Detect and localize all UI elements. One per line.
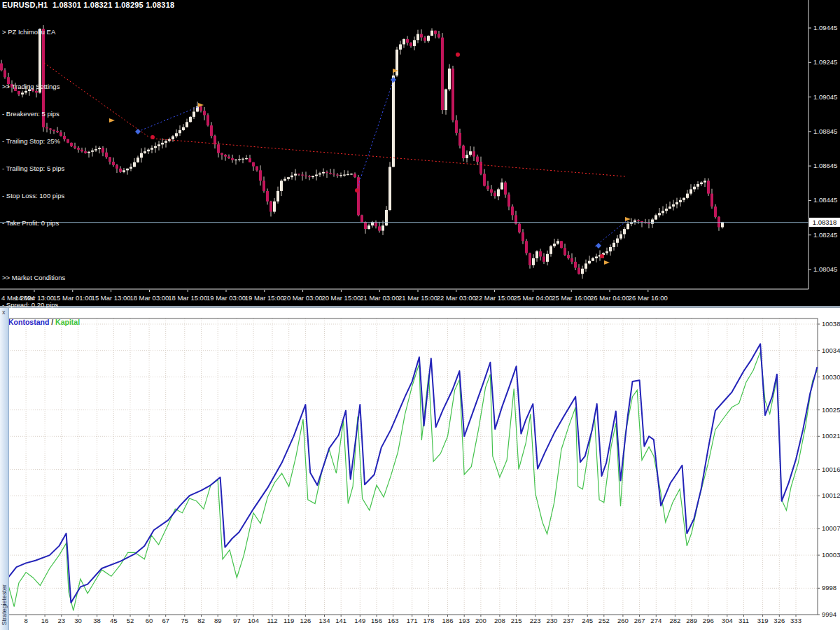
equity-legend: Kontostand / Kapital xyxy=(8,318,80,326)
x-axis-label: 223 xyxy=(530,617,541,624)
date-label: 22 Mar 03:00 xyxy=(437,294,476,302)
equity-line xyxy=(7,352,817,611)
x-axis-label: 215 xyxy=(511,617,522,624)
x-axis-label: 319 xyxy=(757,617,769,624)
x-axis-label: 112 xyxy=(267,617,277,624)
x-axis-label: 67 xyxy=(162,617,169,624)
date-label: 20 Mar 03:00 xyxy=(284,294,323,302)
ea-info-line: >> Trading Settings xyxy=(2,82,89,91)
x-axis-label: 260 xyxy=(617,617,629,624)
trade-arrow-icon xyxy=(625,217,631,221)
ea-info-line: > PZ Ichimoku EA xyxy=(2,27,89,36)
candlestick-chart[interactable]: 1.094451.092451.090451.088451.086451.084… xyxy=(0,0,840,306)
ea-info-line: - Take Profit: 0 pips xyxy=(2,218,89,227)
close-trade-marker-icon xyxy=(150,135,155,139)
tester-tab[interactable]: x Strategietester xyxy=(0,308,9,630)
legend-balance: Kontostand xyxy=(8,318,49,326)
x-axis-label: 311 xyxy=(738,617,749,624)
x-axis-label: 104 xyxy=(248,617,259,624)
price-axis-label: 1.08045 xyxy=(813,265,837,273)
x-axis-label: 274 xyxy=(650,617,662,624)
x-axis-label: 119 xyxy=(284,617,294,624)
x-axis-label: 282 xyxy=(669,617,680,624)
x-axis: 0816233038455260677582899710411211912613… xyxy=(5,615,802,624)
ea-info-line xyxy=(2,246,89,255)
x-axis-label: 38 xyxy=(93,617,101,624)
trade-markers-layer xyxy=(109,52,631,265)
mt4-workspace: 1.094451.092451.090451.088451.086451.084… xyxy=(0,0,840,630)
x-axis-label: 60 xyxy=(146,617,153,624)
date-label: 18 Mar 15:00 xyxy=(168,294,207,302)
y-axis: 1003810034100301002510021100161001210007… xyxy=(818,320,840,618)
grid-layer xyxy=(6,318,818,615)
tester-tab-label: Strategietester xyxy=(1,584,8,626)
y-axis-label: 10012 xyxy=(822,491,840,499)
symbol-ohlc-line: EURUSD,H1 1.08301 1.08321 1.08295 1.0831… xyxy=(2,1,174,9)
legend-equity: Kapital xyxy=(55,318,80,326)
close-trade-marker-icon xyxy=(600,254,604,258)
date-label: 25 Mar 16:00 xyxy=(552,294,591,302)
price-axis-label: 1.09045 xyxy=(813,93,837,101)
x-axis-label: 82 xyxy=(197,617,205,624)
date-label: 26 Mar 16:00 xyxy=(629,294,668,302)
ea-info-line: - Trailing Stop: 25% xyxy=(2,136,89,146)
x-axis-label: 8 xyxy=(24,617,27,624)
x-axis-label: 186 xyxy=(442,617,454,624)
x-axis-label: 23 xyxy=(58,617,66,624)
x-axis-label: 333 xyxy=(790,617,802,624)
y-axis-label: 10034 xyxy=(822,346,840,354)
buy-marker-icon xyxy=(596,243,601,248)
current-price-badge: 1.08318 xyxy=(809,218,840,227)
date-label: 22 Mar 15:00 xyxy=(475,294,514,302)
price-axis-label: 1.09445 xyxy=(813,24,837,31)
x-axis-label: 52 xyxy=(127,617,134,624)
x-axis-label: 16 xyxy=(41,617,49,624)
x-axis-label: 97 xyxy=(233,617,241,624)
price-axis-label: 1.09245 xyxy=(813,58,837,66)
y-axis-label: 10025 xyxy=(822,406,840,414)
ea-info-line xyxy=(2,55,89,64)
x-axis-label: 134 xyxy=(319,617,330,624)
x-axis-label: 30 xyxy=(74,617,82,624)
x-axis-label: 193 xyxy=(458,617,470,624)
trade-arrow-icon xyxy=(109,118,115,122)
ea-info-line: - Trailing Step: 5 pips xyxy=(2,164,89,173)
x-axis-label: 304 xyxy=(722,617,733,624)
close-icon[interactable]: x xyxy=(2,309,6,316)
x-axis-label: 171 xyxy=(407,617,418,624)
price-axis: 1.094451.092451.090451.088451.086451.084… xyxy=(808,24,837,273)
ea-info-line: >> Market Conditions xyxy=(2,273,89,282)
date-label: 21 Mar 03:00 xyxy=(360,294,399,302)
candles-layer xyxy=(0,29,724,274)
x-axis-label: 208 xyxy=(494,617,505,624)
x-axis-label: 230 xyxy=(546,617,557,624)
y-axis-label: 10038 xyxy=(822,320,840,328)
buy-marker-icon xyxy=(135,129,141,134)
equity-chart[interactable]: 0816233038455260677582899710411211912613… xyxy=(0,308,840,630)
buy-marker-icon xyxy=(391,77,396,83)
x-axis-label: 178 xyxy=(423,617,434,624)
close-trade-marker-icon xyxy=(456,52,460,57)
y-axis-label: 9994 xyxy=(822,610,836,618)
price-axis-label: 1.08245 xyxy=(813,231,837,239)
x-axis-label: 267 xyxy=(634,617,645,624)
close-trade-marker-icon xyxy=(355,188,359,192)
balance-line xyxy=(7,344,817,603)
date-axis: 4 Mar 202414 Mar 13:0015 Mar 01:0015 Mar… xyxy=(1,290,668,302)
y-axis-label: 10007 xyxy=(822,524,840,532)
date-label: 19 Mar 03:00 xyxy=(206,294,246,302)
x-axis-label: 126 xyxy=(300,617,311,624)
trade-arrow-icon xyxy=(604,260,610,265)
x-axis-label: 163 xyxy=(388,617,399,624)
x-axis-label: 149 xyxy=(354,617,365,624)
x-axis-label: 296 xyxy=(703,617,714,624)
x-axis-label: 237 xyxy=(563,617,574,624)
date-label: 15 Mar 13:00 xyxy=(92,294,131,302)
y-axis-label: 10016 xyxy=(822,465,840,473)
y-axis-label: 10003 xyxy=(822,551,840,559)
price-axis-label: 1.08645 xyxy=(813,162,837,169)
date-label: 20 Mar 15:00 xyxy=(321,294,360,302)
x-axis-label: 245 xyxy=(582,617,593,624)
y-axis-label: 10021 xyxy=(822,432,840,440)
x-axis-label: 45 xyxy=(110,617,118,624)
